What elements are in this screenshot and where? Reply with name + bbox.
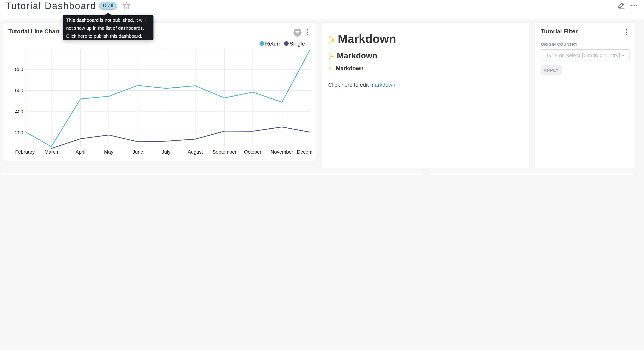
svg-text:November: November <box>271 149 293 154</box>
svg-text:May: May <box>104 149 114 154</box>
svg-text:Return: Return <box>265 40 282 46</box>
svg-text:August: August <box>188 149 203 154</box>
svg-text:September: September <box>212 149 236 154</box>
svg-text:June: June <box>132 149 143 154</box>
svg-text:March: March <box>44 149 58 154</box>
svg-text:July: July <box>162 149 171 154</box>
svg-text:400: 400 <box>15 109 23 114</box>
svg-text:Decem: Decem <box>297 149 312 154</box>
svg-text:February: February <box>15 149 35 154</box>
svg-text:April: April <box>76 149 86 154</box>
svg-text:200: 200 <box>15 130 23 135</box>
svg-text:800: 800 <box>15 66 23 72</box>
svg-text:Single: Single <box>290 40 305 46</box>
svg-text:600: 600 <box>15 88 23 93</box>
svg-text:October: October <box>244 149 262 154</box>
